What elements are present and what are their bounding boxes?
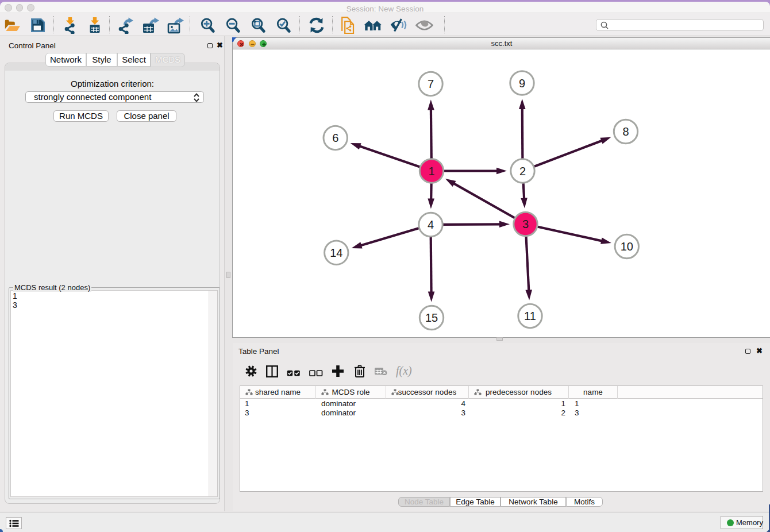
svg-text:9: 9 (519, 76, 525, 89)
svg-text:7: 7 (428, 78, 434, 90)
svg-text:4: 4 (428, 218, 434, 231)
svg-text:1: 1 (428, 164, 434, 177)
svg-text:15: 15 (425, 311, 438, 324)
svg-text:3: 3 (522, 218, 529, 230)
svg-text:8: 8 (622, 125, 629, 138)
svg-text:14: 14 (330, 246, 342, 259)
svg-text:10: 10 (621, 240, 633, 253)
svg-text:6: 6 (332, 132, 338, 144)
svg-text:11: 11 (524, 310, 536, 322)
svg-text:2: 2 (519, 164, 526, 177)
